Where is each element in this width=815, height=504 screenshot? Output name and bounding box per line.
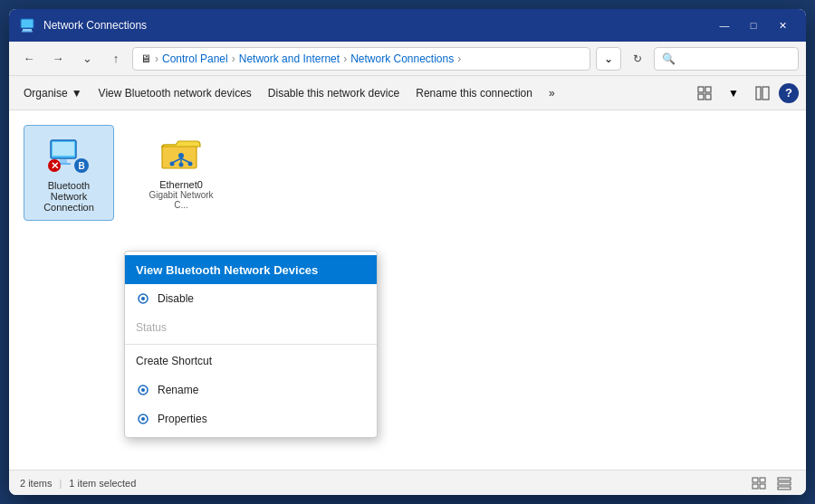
search-icon: 🔍 xyxy=(662,52,676,65)
ctx-view-bluetooth[interactable]: View Bluetooth Network Devices xyxy=(125,255,377,284)
app-icon xyxy=(20,17,36,33)
svg-point-22 xyxy=(170,162,175,166)
view-bluetooth-button[interactable]: View Bluetooth network devices xyxy=(91,81,259,106)
statusbar-view-list-button[interactable] xyxy=(748,472,770,494)
minimize-button[interactable]: — xyxy=(712,14,737,36)
refresh-button[interactable]: ↻ xyxy=(625,46,650,71)
svg-text:B: B xyxy=(78,161,84,171)
ctx-status: Status xyxy=(125,313,377,342)
ctx-disable[interactable]: Disable xyxy=(125,284,377,313)
disable-icon xyxy=(136,291,150,306)
details-pane-button[interactable] xyxy=(750,81,775,106)
svg-point-24 xyxy=(188,162,193,166)
statusbar-right xyxy=(748,472,795,494)
organise-dropdown-icon: ▼ xyxy=(72,87,82,100)
ethernet-sublabel: Gigabit Network C... xyxy=(143,190,219,210)
svg-rect-1 xyxy=(23,29,32,31)
view-dropdown-button[interactable]: ▼ xyxy=(721,81,746,106)
more-options-button[interactable]: » xyxy=(542,81,562,106)
maximize-button[interactable]: □ xyxy=(741,14,766,36)
bluetooth-item-label: Bluetooth Network Connection xyxy=(32,180,106,213)
close-button[interactable]: ✕ xyxy=(770,14,795,36)
back-button[interactable]: ← xyxy=(16,46,42,71)
item-count: 2 items xyxy=(20,478,52,489)
ctx-create-shortcut-label: Create Shortcut xyxy=(136,355,212,367)
path-icon: 🖥 xyxy=(140,52,151,65)
organise-button[interactable]: Organise ▼ xyxy=(16,81,90,106)
svg-point-26 xyxy=(141,297,145,300)
svg-rect-4 xyxy=(705,87,711,92)
items-area: B ✕ Bluetooth Network Connection xyxy=(9,110,806,235)
statusbar-view-details-button[interactable] xyxy=(773,472,795,494)
ctx-rename[interactable]: Rename xyxy=(125,376,377,404)
statusbar: 2 items | 1 item selected xyxy=(9,470,806,495)
svg-point-18 xyxy=(178,153,184,158)
path-network-connections[interactable]: Network Connections xyxy=(350,52,454,65)
path-dropdown-button[interactable]: ⌄ xyxy=(596,47,621,71)
rename-icon xyxy=(136,383,150,397)
properties-icon xyxy=(136,412,150,426)
window-title: Network Connections xyxy=(43,19,712,32)
ctx-disable-label: Disable xyxy=(158,292,194,305)
svg-rect-3 xyxy=(698,87,704,92)
svg-rect-6 xyxy=(705,94,711,100)
path-control-panel[interactable]: Control Panel xyxy=(162,52,228,65)
content-area: B ✕ Bluetooth Network Connection xyxy=(9,110,806,470)
toolbar-right: ▼ ? xyxy=(692,81,799,106)
svg-rect-0 xyxy=(21,19,34,28)
window-controls: — □ ✕ xyxy=(712,14,795,36)
address-path[interactable]: 🖥 › Control Panel › Network and Internet… xyxy=(132,47,590,71)
bluetooth-network-item[interactable]: B ✕ Bluetooth Network Connection xyxy=(24,125,114,221)
context-menu: View Bluetooth Network Devices Disable S… xyxy=(124,251,378,438)
ctx-status-label: Status xyxy=(136,321,167,334)
svg-point-23 xyxy=(179,163,184,167)
ethernet-network-item[interactable]: Ethernet0 Gigabit Network C... xyxy=(136,125,226,221)
titlebar: Network Connections — □ ✕ xyxy=(9,9,806,42)
ctx-properties[interactable]: Properties xyxy=(125,404,377,433)
ctx-properties-label: Properties xyxy=(158,413,207,425)
forward-button[interactable]: → xyxy=(45,46,71,71)
help-button[interactable]: ? xyxy=(779,83,799,103)
svg-rect-10 xyxy=(53,142,74,156)
svg-text:✕: ✕ xyxy=(51,160,59,171)
ethernet-item-label: Ethernet0 xyxy=(159,179,203,190)
svg-rect-33 xyxy=(753,484,758,489)
svg-rect-11 xyxy=(60,159,67,163)
disable-device-button[interactable]: Disable this network device xyxy=(261,81,407,106)
up-button[interactable]: ↑ xyxy=(103,46,129,71)
svg-rect-34 xyxy=(760,484,765,489)
ethernet-item-icon xyxy=(159,132,203,176)
main-window: Network Connections — □ ✕ ← → ⌄ ↑ 🖥 › Co… xyxy=(9,9,806,495)
view-large-icons-button[interactable] xyxy=(692,81,717,106)
path-network-internet[interactable]: Network and Internet xyxy=(239,52,340,65)
svg-rect-37 xyxy=(778,487,791,490)
svg-rect-32 xyxy=(760,478,765,482)
svg-rect-5 xyxy=(698,94,704,100)
svg-rect-2 xyxy=(22,31,33,33)
svg-point-30 xyxy=(141,417,145,421)
svg-rect-35 xyxy=(778,478,791,480)
svg-rect-7 xyxy=(756,87,761,100)
toolbar: Organise ▼ View Bluetooth network device… xyxy=(9,76,806,110)
svg-rect-36 xyxy=(778,482,791,485)
svg-rect-31 xyxy=(753,478,758,482)
addressbar: ← → ⌄ ↑ 🖥 › Control Panel › Network and … xyxy=(9,42,806,76)
svg-point-28 xyxy=(141,388,145,392)
ctx-create-shortcut[interactable]: Create Shortcut xyxy=(125,347,377,376)
ctx-separator-1 xyxy=(125,344,377,345)
svg-rect-8 xyxy=(762,87,769,100)
organise-label: Organise xyxy=(24,87,68,100)
selected-count: 1 item selected xyxy=(69,478,136,489)
ctx-rename-label: Rename xyxy=(158,384,198,396)
search-box[interactable]: 🔍 xyxy=(654,47,799,71)
bluetooth-item-icon: B ✕ xyxy=(47,133,91,176)
ctx-view-bluetooth-label: View Bluetooth Network Devices xyxy=(136,263,318,277)
rename-connection-button[interactable]: Rename this connection xyxy=(408,81,540,106)
recent-locations-button[interactable]: ⌄ xyxy=(74,46,100,71)
